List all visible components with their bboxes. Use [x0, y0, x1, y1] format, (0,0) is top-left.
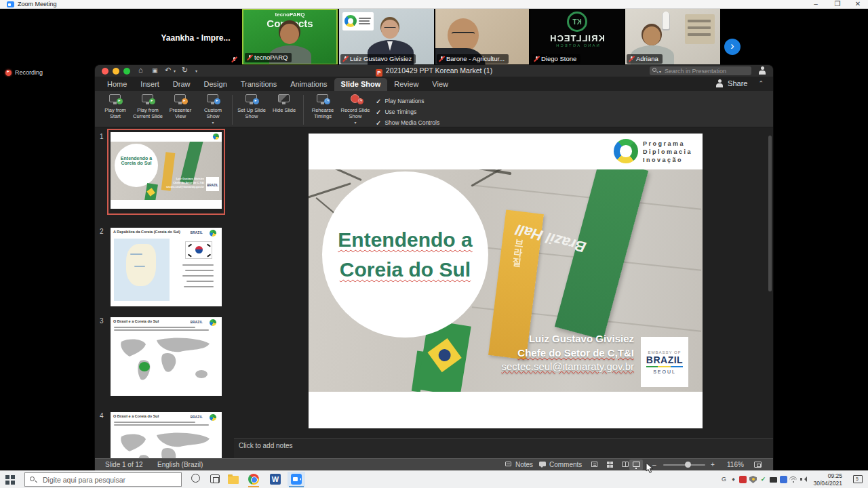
recording-dot-icon [5, 70, 12, 76]
zoom-level[interactable]: 116% [727, 461, 744, 468]
checkmark-icon: ✓ [376, 98, 381, 105]
notes-area[interactable]: Click to add notes [234, 439, 773, 458]
rehearse-timings-button[interactable]: Rehearse Timings [307, 94, 338, 119]
notes-placeholder: Click to add notes [239, 442, 293, 449]
cortana-icon[interactable] [191, 474, 200, 483]
chrome-icon[interactable] [248, 474, 259, 485]
tray-icon-g[interactable]: G [720, 476, 728, 483]
office-shelf [685, 14, 715, 44]
participant-tile[interactable]: Yaankha - Impre... [151, 9, 241, 65]
tab-draw[interactable]: Draw [166, 78, 197, 91]
tab-design[interactable]: Design [197, 78, 234, 91]
tab-slide-show[interactable]: Slide Show [334, 78, 388, 91]
slide-number: 4 [100, 412, 104, 420]
show-media-controls-checkbox[interactable]: ✓Show Media Controls [376, 117, 439, 128]
normal-view-icon[interactable] [591, 462, 597, 467]
slideshow-view-icon [633, 462, 640, 467]
zoom-taskbar-icon[interactable] [291, 474, 302, 485]
glasses [452, 32, 475, 37]
language-selector[interactable]: English (Brazil) [157, 461, 203, 468]
reading-view-icon[interactable] [622, 462, 629, 467]
use-timings-checkbox[interactable]: ✓Use Timings [376, 106, 439, 117]
minimize-button[interactable]: – [806, 0, 826, 7]
participant-tile[interactable]: Luiz Gustavo Givisiez [339, 9, 434, 65]
play-narrations-checkbox[interactable]: ✓Play Narrations [376, 96, 439, 106]
tray-volume-icon[interactable] [800, 476, 808, 483]
zoom-slider[interactable] [663, 464, 705, 466]
search-caret-icon[interactable]: ▾ [659, 69, 661, 74]
tab-animations[interactable]: Animations [283, 78, 334, 91]
hide-slide-button[interactable]: Hide Slide [269, 94, 300, 113]
mini-slide-title: O Brasil e a Coreia do Sul [113, 414, 159, 418]
tray-mic-icon[interactable]: ♦ [730, 476, 737, 483]
start-button[interactable] [5, 475, 15, 485]
tab-review[interactable]: Review [387, 78, 425, 91]
tray-wifi-icon[interactable] [789, 476, 797, 483]
record-slide-show-button[interactable]: Record Slide Show ▾ [340, 94, 371, 125]
taskbar-search-input[interactable] [24, 472, 182, 487]
presenter-view-button[interactable]: Presenter View [165, 94, 196, 119]
task-view-icon[interactable] [210, 474, 220, 483]
comments-toggle[interactable]: Comments [549, 461, 582, 468]
canvas-scrollbar[interactable] [768, 136, 772, 291]
slide-number: 3 [100, 317, 104, 325]
tray-red-app-icon[interactable] [739, 476, 747, 483]
collapse-ribbon-icon[interactable]: ⌃ [758, 80, 764, 87]
mini-brazil-logo: BRAZIL [191, 231, 203, 235]
custom-show-button[interactable]: Custom Show ▾ [197, 94, 229, 125]
close-button[interactable]: ✕ [848, 0, 868, 7]
account-person-icon[interactable] [758, 66, 766, 75]
mini-brazil-logo: BRAZIL [191, 321, 203, 324]
chrome-active-underline [248, 486, 259, 487]
notes-toggle[interactable]: Notes [515, 461, 533, 468]
taskbar-search-icon [30, 476, 35, 481]
taskbar-clock[interactable]: 09:25 30/04/2021 [813, 472, 842, 487]
maximize-button[interactable]: ❐ [827, 0, 848, 7]
tray-blue-app-icon[interactable] [780, 476, 787, 483]
participant-tile[interactable]: Adriana [625, 9, 720, 65]
program-logo-card [342, 12, 374, 30]
participant-tile[interactable]: Barone - Agricultur... [435, 9, 529, 65]
slide-number: 2 [100, 228, 104, 235]
presenter-info: Luiz Gustavo Givisiez Chefe do Setor de … [501, 332, 634, 374]
participant-label: tecnoPARQ [245, 53, 292, 62]
presenter-view-icon [174, 94, 187, 105]
next-participants-button[interactable]: › [724, 39, 741, 55]
set-up-slide-show-button[interactable]: Set Up Slide Show [236, 94, 267, 119]
notification-count: 5 [856, 476, 859, 481]
ribbon-checkboxes: ✓Play Narrations ✓Use Timings ✓Show Medi… [376, 94, 439, 128]
slide-thumbnail-3[interactable]: O Brasil e a Coreia do Sul BRAZIL [111, 317, 222, 396]
tray-device-icon[interactable] [770, 477, 777, 483]
slide-thumbnail-4[interactable]: O Brasil e a Coreia do Sul BRAZIL [111, 412, 222, 458]
participant-tile[interactable]: tecnoPARQ Connects tecnoPARQ [242, 9, 338, 65]
fit-slide-to-window-icon[interactable] [754, 462, 762, 468]
action-center-icon[interactable]: 5 [853, 475, 863, 483]
zoom-slider-thumb[interactable] [685, 462, 691, 468]
play-from-current-slide-button[interactable]: Play from Current Slide [132, 94, 163, 119]
slide-thumbnail-1[interactable]: Entendendo a Coreia do Sul Luiz Gustavo … [111, 132, 222, 209]
slide-number: 1 [100, 133, 104, 140]
mini-program-logo-icon [210, 414, 216, 421]
participant-video-strip: Yaankha - Impre... tecnoPARQ Connects te… [0, 9, 868, 65]
ribbon-separator [303, 95, 304, 125]
word-icon[interactable]: W [270, 474, 281, 485]
tab-insert[interactable]: Insert [134, 78, 166, 91]
participant-label: Diego Stone [532, 54, 580, 64]
participant-tile[interactable]: KT KRILLTECH NANO AGTECH Diego Stone [530, 9, 624, 65]
muted-mic-icon [439, 56, 444, 62]
tab-home[interactable]: Home [100, 78, 134, 91]
tab-view[interactable]: View [425, 78, 455, 91]
search-input[interactable] [650, 66, 751, 75]
slide-thumbnail-2[interactable]: A República da Coreia (Coreia do Sul) BR… [111, 228, 222, 306]
tab-transitions[interactable]: Transitions [234, 78, 283, 91]
share-button[interactable]: Share [728, 79, 747, 87]
participant-avatar [643, 26, 660, 45]
slideshow-view-button[interactable] [629, 460, 643, 470]
zoom-in-button[interactable]: + [711, 461, 715, 468]
file-explorer-icon[interactable] [228, 476, 239, 484]
tray-check-icon[interactable]: ✓ [760, 476, 767, 483]
slide-canvas[interactable]: Programa Diplomacia Inovação 브라질 Brazil … [309, 134, 703, 428]
comments-icon [539, 462, 546, 466]
play-from-start-button[interactable]: Play from Start [100, 94, 131, 119]
slide-sorter-view-icon[interactable] [607, 462, 613, 468]
